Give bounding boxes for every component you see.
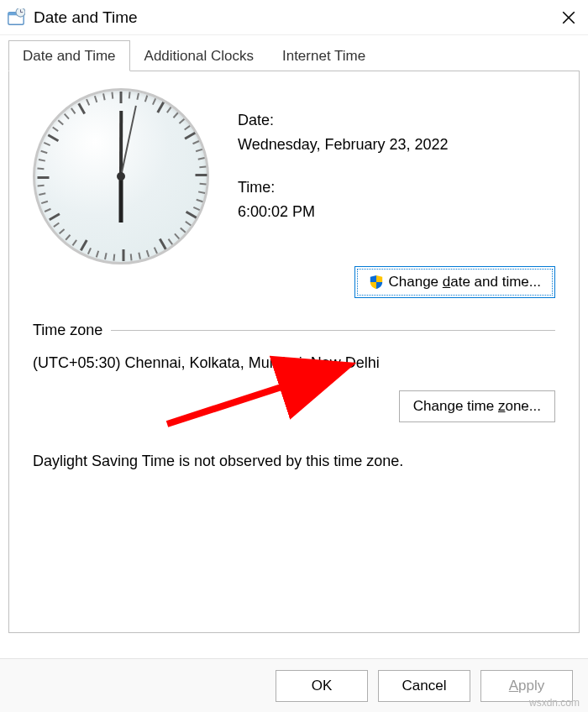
timezone-legend-row: Time zone xyxy=(33,322,555,339)
tabs: Date and Time Additional Clocks Internet… xyxy=(8,40,588,71)
date-label: Date: xyxy=(238,112,449,129)
date-value: Wednesday, February 23, 2022 xyxy=(238,136,449,154)
titlebar: Date and Time xyxy=(0,0,588,35)
tab-additional-clocks[interactable]: Additional Clocks xyxy=(130,40,268,71)
change-timezone-button[interactable]: Change time zone... xyxy=(399,390,555,422)
tab-panel-date-and-time: Date: Wednesday, February 23, 2022 Time:… xyxy=(8,71,580,633)
dialog-footer: OK Cancel Apply xyxy=(0,658,588,712)
date-time-text-block: Date: Wednesday, February 23, 2022 Time:… xyxy=(238,88,449,264)
watermark: wsxdn.com xyxy=(529,697,580,709)
tab-date-and-time[interactable]: Date and Time xyxy=(8,40,130,71)
change-date-time-label: Change date and time... xyxy=(389,274,541,291)
divider xyxy=(111,330,555,331)
change-timezone-row: Change time zone... xyxy=(33,390,555,422)
apply-button-label: Apply xyxy=(509,678,545,694)
change-date-time-row: Change date and time... xyxy=(33,266,555,298)
date-time-display-row: Date: Wednesday, February 23, 2022 Time:… xyxy=(33,88,555,264)
tab-internet-time[interactable]: Internet Time xyxy=(268,40,380,71)
ok-button[interactable]: OK xyxy=(276,670,368,702)
close-icon xyxy=(561,10,576,25)
analog-clock xyxy=(33,88,209,264)
change-date-time-button[interactable]: Change date and time... xyxy=(354,266,555,298)
change-timezone-label: Change time zone... xyxy=(413,398,541,415)
window-title: Date and Time xyxy=(34,8,556,27)
timezone-legend: Time zone xyxy=(33,322,102,339)
time-label: Time: xyxy=(238,179,449,196)
date-time-app-icon xyxy=(7,8,25,27)
dst-note: Daylight Saving Time is not observed by … xyxy=(33,453,555,470)
time-value: 6:00:02 PM xyxy=(238,203,449,221)
cancel-button[interactable]: Cancel xyxy=(378,670,470,702)
uac-shield-icon xyxy=(369,275,384,290)
timezone-value: (UTC+05:30) Chennai, Kolkata, Mumbai, Ne… xyxy=(33,354,555,372)
close-button[interactable] xyxy=(556,5,581,30)
